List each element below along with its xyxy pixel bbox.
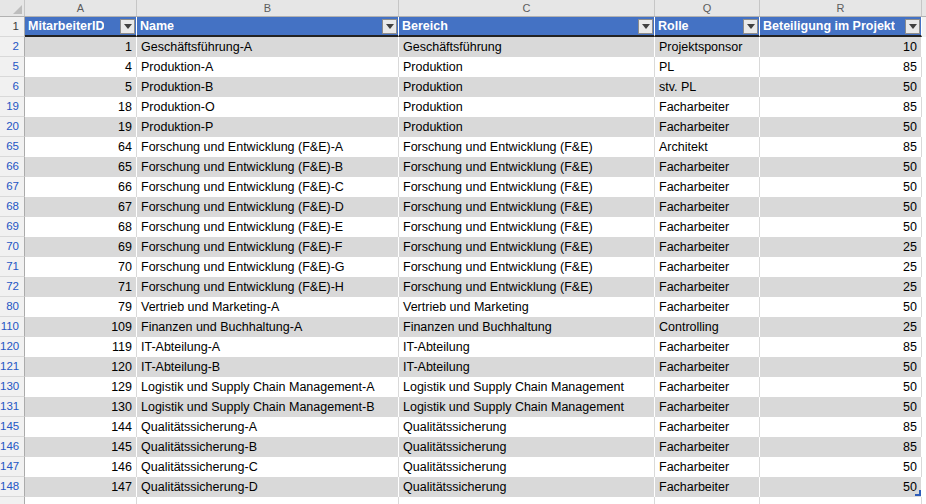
filter-button-rolle[interactable] [743, 19, 758, 34]
cell-name[interactable]: IT-Abteilung-A [137, 337, 399, 357]
cell-name[interactable]: Forschung und Entwicklung (F&E)-H [137, 277, 399, 297]
cell-mitarbeiterid[interactable]: 147 [25, 477, 137, 497]
header-cell-name[interactable]: Name [137, 17, 399, 37]
cell-beteiligung[interactable]: 85 [760, 57, 922, 77]
cell-bereich[interactable]: Qualitätssicherung [399, 437, 655, 457]
empty-cell[interactable] [655, 497, 760, 504]
cell-rolle[interactable]: Facharbeiter [655, 217, 760, 237]
cell-bereich[interactable]: Forschung und Entwicklung (F&E) [399, 217, 655, 237]
cell-name[interactable]: Forschung und Entwicklung (F&E)-E [137, 217, 399, 237]
filter-button-beteiligung[interactable] [905, 19, 920, 34]
cell-beteiligung[interactable]: 85 [760, 437, 922, 457]
cell-rolle[interactable]: Facharbeiter [655, 117, 760, 137]
cell-rolle[interactable]: Facharbeiter [655, 437, 760, 457]
cell-rolle[interactable]: Facharbeiter [655, 477, 760, 497]
cell-rolle[interactable]: Facharbeiter [655, 377, 760, 397]
column-header-q[interactable]: Q [655, 0, 760, 16]
cell-beteiligung[interactable]: 50 [760, 157, 922, 177]
header-cell-beteiligung[interactable]: Beteiligung im Projekt [760, 17, 922, 37]
row-number[interactable]: 70 [0, 237, 25, 257]
cell-bereich[interactable]: Forschung und Entwicklung (F&E) [399, 257, 655, 277]
cell-beteiligung[interactable]: 50 [760, 77, 922, 97]
cell-rolle[interactable]: Facharbeiter [655, 277, 760, 297]
cell-mitarbeiterid[interactable]: 79 [25, 297, 137, 317]
cell-name[interactable]: Forschung und Entwicklung (F&E)-F [137, 237, 399, 257]
cell-name[interactable]: Produktion-P [137, 117, 399, 137]
cell-beteiligung[interactable]: 25 [760, 317, 922, 337]
cell-name[interactable]: Forschung und Entwicklung (F&E)-A [137, 137, 399, 157]
cell-beteiligung[interactable]: 50 [760, 377, 922, 397]
cell-bereich[interactable]: Logistik und Supply Chain Management [399, 377, 655, 397]
cell-bereich[interactable]: Forschung und Entwicklung (F&E) [399, 137, 655, 157]
cell-bereich[interactable]: Vertrieb und Marketing [399, 297, 655, 317]
row-number[interactable]: 19 [0, 97, 25, 117]
filter-button-mitarbeiterid[interactable] [120, 19, 135, 34]
cell-beteiligung[interactable]: 85 [760, 137, 922, 157]
row-number[interactable]: 71 [0, 257, 25, 277]
cell-mitarbeiterid[interactable]: 1 [25, 37, 137, 57]
cell-name[interactable]: Qualitätssicherung-A [137, 417, 399, 437]
cell-mitarbeiterid[interactable]: 4 [25, 57, 137, 77]
cell-mitarbeiterid[interactable]: 68 [25, 217, 137, 237]
cell-name[interactable]: Forschung und Entwicklung (F&E)-C [137, 177, 399, 197]
row-number[interactable]: 2 [0, 37, 25, 57]
row-number[interactable]: 80 [0, 297, 25, 317]
cell-bereich[interactable]: Forschung und Entwicklung (F&E) [399, 177, 655, 197]
filter-button-name[interactable] [382, 19, 397, 34]
cell-mitarbeiterid[interactable]: 18 [25, 97, 137, 117]
cell-mitarbeiterid[interactable]: 5 [25, 77, 137, 97]
cell-bereich[interactable]: Produktion [399, 57, 655, 77]
cell-beteiligung[interactable]: 50 [760, 297, 922, 317]
cell-bereich[interactable]: Finanzen und Buchhaltung [399, 317, 655, 337]
empty-cell[interactable] [399, 497, 655, 504]
row-number[interactable]: 146 [0, 437, 25, 457]
cell-rolle[interactable]: stv. PL [655, 77, 760, 97]
row-number[interactable]: 66 [0, 157, 25, 177]
row-number[interactable] [0, 497, 25, 504]
cell-beteiligung[interactable]: 25 [760, 277, 922, 297]
select-all-button[interactable] [0, 0, 25, 16]
cell-rolle[interactable]: Facharbeiter [655, 177, 760, 197]
cell-rolle[interactable]: Facharbeiter [655, 237, 760, 257]
cell-mitarbeiterid[interactable]: 69 [25, 237, 137, 257]
cell-name[interactable]: Qualitätssicherung-D [137, 477, 399, 497]
cell-bereich[interactable]: Geschäftsführung [399, 37, 655, 57]
cell-rolle[interactable]: Facharbeiter [655, 397, 760, 417]
row-number[interactable]: 6 [0, 77, 25, 97]
row-number[interactable]: 145 [0, 417, 25, 437]
table-resize-handle[interactable] [915, 490, 921, 496]
cell-name[interactable]: IT-Abteilung-B [137, 357, 399, 377]
cell-name[interactable]: Produktion-A [137, 57, 399, 77]
empty-cell[interactable] [760, 497, 922, 504]
cell-rolle[interactable]: Facharbeiter [655, 457, 760, 477]
filter-button-bereich[interactable] [638, 19, 653, 34]
cell-name[interactable]: Geschäftsführung-A [137, 37, 399, 57]
cell-rolle[interactable]: Facharbeiter [655, 297, 760, 317]
row-number[interactable]: 69 [0, 217, 25, 237]
cell-name[interactable]: Forschung und Entwicklung (F&E)-G [137, 257, 399, 277]
cell-rolle[interactable]: PL [655, 57, 760, 77]
cell-beteiligung[interactable]: 50 [760, 477, 922, 497]
cell-mitarbeiterid[interactable]: 120 [25, 357, 137, 377]
cell-beteiligung[interactable]: 50 [760, 197, 922, 217]
header-cell-bereich[interactable]: Bereich [399, 17, 655, 37]
cell-mitarbeiterid[interactable]: 71 [25, 277, 137, 297]
row-number[interactable]: 147 [0, 457, 25, 477]
cell-mitarbeiterid[interactable]: 144 [25, 417, 137, 437]
cell-rolle[interactable]: Facharbeiter [655, 357, 760, 377]
cell-beteiligung[interactable]: 50 [760, 357, 922, 377]
column-header-r[interactable]: R [760, 0, 922, 16]
cell-name[interactable]: Qualitätssicherung-B [137, 437, 399, 457]
cell-rolle[interactable]: Facharbeiter [655, 337, 760, 357]
cell-mitarbeiterid[interactable]: 129 [25, 377, 137, 397]
cell-name[interactable]: Forschung und Entwicklung (F&E)-B [137, 157, 399, 177]
cell-bereich[interactable]: Forschung und Entwicklung (F&E) [399, 197, 655, 217]
row-number[interactable]: 110 [0, 317, 25, 337]
cell-name[interactable]: Qualitätssicherung-C [137, 457, 399, 477]
cell-mitarbeiterid[interactable]: 145 [25, 437, 137, 457]
cell-beteiligung[interactable]: 50 [760, 117, 922, 137]
cell-name[interactable]: Vertrieb und Marketing-A [137, 297, 399, 317]
cell-beteiligung[interactable]: 50 [760, 217, 922, 237]
row-number[interactable]: 130 [0, 377, 25, 397]
header-cell-rolle[interactable]: Rolle [655, 17, 760, 37]
